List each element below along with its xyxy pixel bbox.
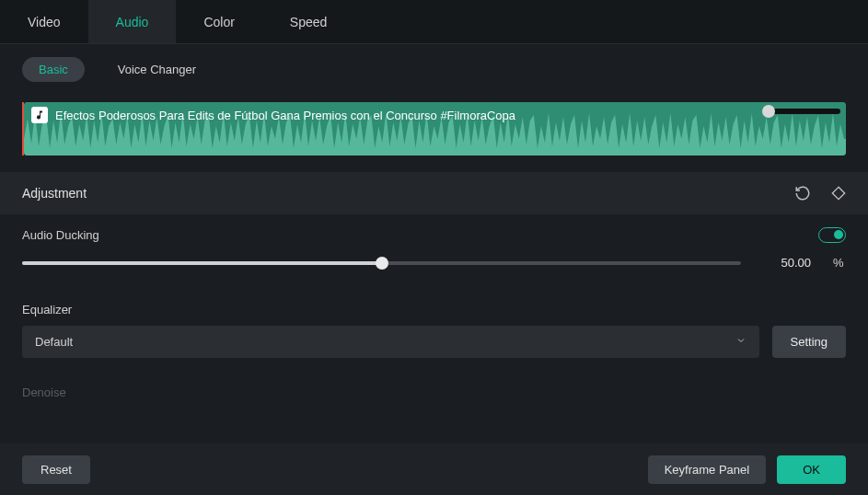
main-tabs: Video Audio Color Speed — [0, 0, 868, 44]
keyframe-panel-button[interactable]: Keyframe Panel — [648, 455, 767, 484]
audio-ducking-row: Audio Ducking — [0, 214, 868, 250]
sub-tabs: Basic Voice Changer — [0, 44, 868, 91]
denoise-label: Denoise — [0, 374, 868, 399]
equalizer-selected: Default — [35, 335, 73, 349]
music-icon — [31, 107, 48, 123]
reset-button[interactable]: Reset — [22, 455, 90, 484]
audio-clip[interactable]: Efectos Poderosos Para Edits de Fútbol G… — [22, 102, 846, 155]
equalizer-dropdown[interactable]: Default — [22, 326, 759, 358]
clip-title: Efectos Poderosos Para Edits de Fútbol G… — [55, 109, 515, 122]
tab-speed[interactable]: Speed — [262, 0, 354, 43]
audio-ducking-label: Audio Ducking — [22, 228, 99, 242]
footer: Reset Keyframe Panel OK — [0, 443, 868, 495]
reset-icon[interactable] — [794, 185, 811, 201]
chevron-down-icon — [735, 335, 746, 349]
ducking-slider-thumb[interactable] — [376, 257, 388, 270]
equalizer-setting-button[interactable]: Setting — [772, 326, 846, 358]
ducking-slider-row: 50.00 % — [0, 250, 868, 284]
equalizer-label: Equalizer — [0, 284, 868, 326]
tab-audio[interactable]: Audio — [88, 0, 177, 43]
audio-ducking-toggle[interactable] — [818, 227, 846, 243]
adjustment-header: Adjustment — [0, 172, 868, 214]
keyframe-diamond-icon[interactable] — [831, 186, 846, 201]
ducking-slider[interactable] — [22, 261, 741, 265]
subtab-voice-changer[interactable]: Voice Changer — [101, 57, 213, 82]
adjustment-title: Adjustment — [22, 186, 87, 201]
ok-button[interactable]: OK — [777, 455, 846, 484]
ducking-value[interactable]: 50.00 — [758, 256, 811, 270]
tab-video[interactable]: Video — [0, 0, 88, 43]
subtab-basic[interactable]: Basic — [22, 57, 85, 82]
tab-color[interactable]: Color — [176, 0, 261, 43]
clip-volume-slider[interactable] — [765, 109, 840, 114]
ducking-unit: % — [833, 256, 846, 270]
